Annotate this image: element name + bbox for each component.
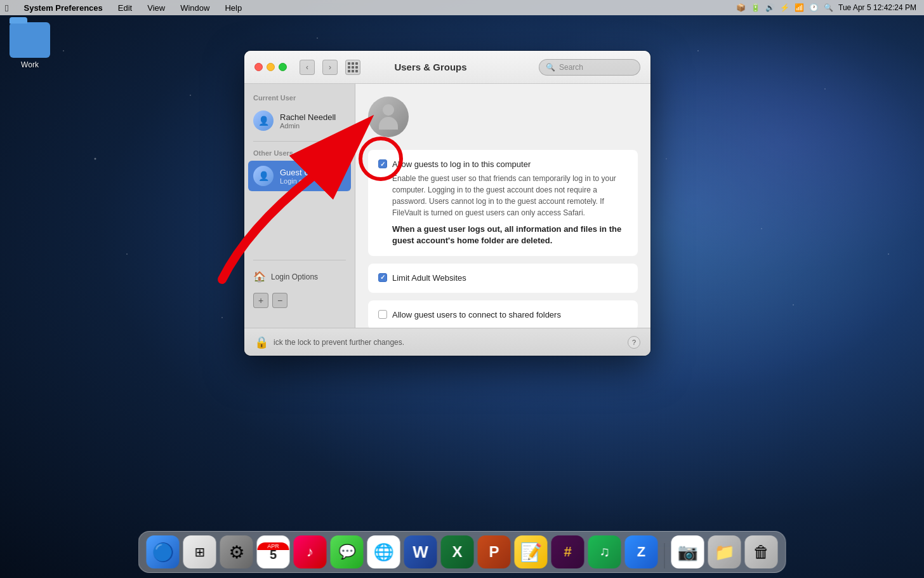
window-title: Users & Groups xyxy=(330,62,531,72)
search-icon: 🔍 xyxy=(546,63,555,72)
dock-divider xyxy=(664,543,665,568)
guest-user-info: Guest User Login only xyxy=(280,168,346,185)
dock-item-notes[interactable]: 📝 xyxy=(515,535,548,568)
menu-app-name[interactable]: System Preferences xyxy=(21,3,105,13)
sidebar-bottom: + − xyxy=(244,288,355,313)
volume-icon: 🔊 xyxy=(765,3,775,12)
dock-item-syspref[interactable]: ⚙ xyxy=(220,535,253,568)
allow-shared-section: Allow guest users to connect to shared f… xyxy=(368,300,638,328)
dock: 🔵 ⊞ ⚙ APR 5 ♪ 💬 🌐 W X P 📝 # ♫ Z 📷 📁 🗑 xyxy=(138,531,786,573)
menubar:  System Preferences Edit View Window He… xyxy=(0,0,924,15)
menu-window[interactable]: Window xyxy=(178,3,212,13)
apple-menu[interactable]:  xyxy=(5,3,8,13)
minimize-button[interactable] xyxy=(267,63,275,71)
dropbox-icon: 📦 xyxy=(736,3,746,12)
person-silhouette xyxy=(376,104,401,130)
allow-guests-description: Enable the guest user so that friends ca… xyxy=(392,173,628,218)
desktop:  System Preferences Edit View Window He… xyxy=(0,0,924,578)
menu-view[interactable]: View xyxy=(145,3,168,13)
dock-item-launchpad[interactable]: ⊞ xyxy=(183,535,216,568)
other-users-label: Other Users xyxy=(244,147,355,161)
menubar-right: 📦 🔋 🔊 ⚡ 📶 🕐 🔍 Tue Apr 5 12:42:24 PM xyxy=(736,3,924,12)
lock-text: ick the lock to prevent further changes. xyxy=(274,338,404,347)
clock-icon: 🕐 xyxy=(809,3,819,12)
lock-container: 🔒 ick the lock to prevent further change… xyxy=(254,335,404,349)
current-user-item[interactable]: 👤 Rachel Needell Admin xyxy=(244,105,355,136)
back-button[interactable]: ‹ xyxy=(300,60,315,75)
guest-user-name: Guest User xyxy=(280,168,346,177)
folder-icon xyxy=(10,22,50,58)
dock-item-calendar[interactable]: APR 5 xyxy=(257,535,290,568)
allow-guests-content: Allow guests to log in to this computer … xyxy=(392,159,628,247)
allow-guests-section: Allow guests to log in to this computer … xyxy=(368,150,638,256)
login-options-item[interactable]: 🏠 Login Options xyxy=(244,265,355,288)
guest-user-item[interactable]: 👤 Guest User Login only xyxy=(248,161,351,191)
house-icon: 🏠 xyxy=(253,271,266,283)
current-user-name: Rachel Needell xyxy=(280,112,346,122)
search-box[interactable]: 🔍 Search xyxy=(539,59,640,76)
sidebar: Current User 👤 Rachel Needell Admin Othe… xyxy=(244,84,355,328)
window-content: Current User 👤 Rachel Needell Admin Othe… xyxy=(244,84,650,328)
remove-user-button[interactable]: − xyxy=(272,293,287,308)
current-user-info: Rachel Needell Admin xyxy=(280,112,346,130)
allow-guests-warning: When a guest user logs out, all informat… xyxy=(392,224,628,246)
main-panel: Allow guests to log in to this computer … xyxy=(355,84,650,328)
guest-user-role: Login only xyxy=(280,177,346,185)
close-button[interactable] xyxy=(254,63,263,71)
login-options-label: Login Options xyxy=(271,272,318,281)
limit-adult-row: Limit Adult Websites xyxy=(378,272,628,284)
menubar-left:  System Preferences Edit View Window He… xyxy=(0,3,244,13)
dock-item-messages[interactable]: 💬 xyxy=(331,535,364,568)
allow-guests-row: Allow guests to log in to this computer … xyxy=(378,159,628,247)
sidebar-divider xyxy=(253,141,346,142)
add-user-button[interactable]: + xyxy=(253,293,268,308)
wifi-icon: 📶 xyxy=(795,3,804,12)
dock-item-trash[interactable]: 🗑 xyxy=(745,535,778,568)
folder-label: Work xyxy=(21,60,39,69)
guest-big-avatar xyxy=(368,97,409,137)
allow-guests-checkbox[interactable] xyxy=(378,159,387,168)
user-detail-header xyxy=(368,97,638,137)
lock-icon[interactable]: 🔒 xyxy=(254,335,268,349)
dock-item-spotify[interactable]: ♫ xyxy=(588,535,621,568)
dock-item-music[interactable]: ♪ xyxy=(294,535,327,568)
users-groups-window: ‹ › Users & Groups 🔍 Search Current User xyxy=(244,51,650,356)
person-head xyxy=(383,104,394,116)
dock-item-files[interactable]: 📁 xyxy=(708,535,741,568)
allow-shared-row: Allow guest users to connect to shared f… xyxy=(378,309,628,321)
dock-item-finder[interactable]: 🔵 xyxy=(147,535,180,568)
dock-item-photos[interactable]: 📷 xyxy=(671,535,704,568)
menu-help[interactable]: Help xyxy=(222,3,244,13)
dock-item-slack[interactable]: # xyxy=(551,535,584,568)
dock-item-word[interactable]: W xyxy=(404,535,437,568)
datetime: Tue Apr 5 12:42:24 PM xyxy=(838,3,916,12)
current-user-label: Current User xyxy=(244,91,355,105)
traffic-lights xyxy=(254,63,287,71)
allow-shared-checkbox[interactable] xyxy=(378,310,387,319)
bluetooth-icon: ⚡ xyxy=(780,3,789,12)
limit-adult-section: Limit Adult Websites xyxy=(368,264,638,293)
desktop-folder-work[interactable]: Work xyxy=(10,22,50,69)
dock-item-excel[interactable]: X xyxy=(441,535,474,568)
search-placeholder: Search xyxy=(559,63,583,72)
dock-item-powerpoint[interactable]: P xyxy=(478,535,511,568)
search-icon[interactable]: 🔍 xyxy=(824,3,833,12)
dock-item-chrome[interactable]: 🌐 xyxy=(367,535,400,568)
sidebar-divider-bottom xyxy=(253,260,346,260)
limit-adult-checkbox[interactable] xyxy=(378,273,387,282)
person-body xyxy=(379,117,398,130)
maximize-button[interactable] xyxy=(279,63,287,71)
guest-user-avatar: 👤 xyxy=(253,166,274,186)
allow-shared-label: Allow guest users to connect to shared f… xyxy=(392,309,561,321)
limit-adult-label: Limit Adult Websites xyxy=(392,272,466,284)
window-toolbar: ‹ › Users & Groups 🔍 Search xyxy=(244,51,650,84)
allow-guests-label: Allow guests to log in to this computer xyxy=(392,159,628,170)
warning-text: When a guest user logs out, all informat… xyxy=(392,224,621,245)
dock-item-zoom[interactable]: Z xyxy=(625,535,658,568)
menu-edit[interactable]: Edit xyxy=(116,3,135,13)
help-button[interactable]: ? xyxy=(628,336,640,349)
current-user-avatar: 👤 xyxy=(253,111,274,131)
window-footer: 🔒 ick the lock to prevent further change… xyxy=(244,328,650,356)
battery-icon: 🔋 xyxy=(751,3,760,12)
current-user-role: Admin xyxy=(280,122,346,130)
